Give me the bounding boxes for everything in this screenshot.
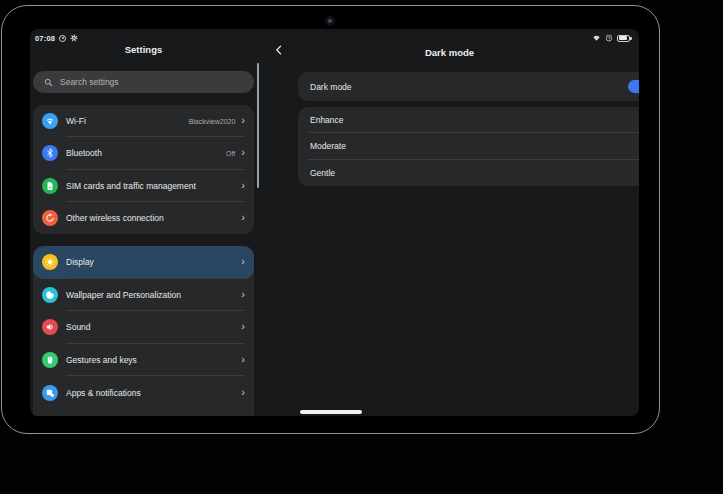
chevron-right-icon: ›	[241, 387, 245, 398]
option-label: Gentle	[310, 168, 639, 178]
sync-icon	[42, 210, 58, 226]
search-icon	[44, 78, 53, 87]
speaker-icon	[42, 319, 58, 335]
sidebar-item-display[interactable]: Display ›	[33, 246, 254, 279]
sidebar-item-wallpaper[interactable]: Wallpaper and Personalization ›	[33, 279, 254, 312]
chevron-right-icon: ›	[241, 289, 245, 300]
apps-icon	[42, 385, 58, 401]
sidebar-item-label: Other wireless connection	[66, 213, 235, 223]
sidebar-item-wifi[interactable]: Wi-Fi Blackview2020 ›	[33, 105, 254, 137]
tablet-device-frame: 07:08 Settings	[1, 5, 660, 434]
sidebar-item-label: Bluetooth	[66, 148, 226, 158]
dark-mode-toggle[interactable]	[628, 80, 639, 93]
dark-mode-options-card: Enhance Moderate Gentle	[298, 107, 639, 186]
sidebar-item-apps-notifications[interactable]: Apps & notifications ›	[33, 376, 254, 409]
toggle-row-label: Dark mode	[310, 82, 628, 92]
option-gentle[interactable]: Gentle	[298, 160, 639, 186]
personalization-group-card: Display › Wallpaper and Personalization …	[33, 246, 254, 416]
search-input[interactable]: Search settings	[33, 71, 254, 93]
front-camera	[325, 16, 335, 26]
sidebar-item-sim-cards[interactable]: SIM cards and traffic management ›	[33, 170, 254, 202]
sidebar-item-label: Gestures and keys	[66, 355, 235, 365]
sidebar-item-other-wireless[interactable]: Other wireless connection ›	[33, 202, 254, 234]
settings-list-pane: Settings Search settings Wi-Fi Blackview…	[30, 29, 260, 416]
page-title: Settings	[30, 44, 257, 55]
option-label: Moderate	[310, 141, 639, 151]
tablet-screen: 07:08 Settings	[30, 29, 639, 416]
sim-card-icon	[42, 178, 58, 194]
search-placeholder: Search settings	[60, 77, 119, 87]
sidebar-item-label: SIM cards and traffic management	[66, 181, 235, 191]
hand-icon	[42, 352, 58, 368]
screenshot-stage: 07:08 Settings	[0, 0, 723, 494]
chevron-right-icon: ›	[241, 212, 245, 223]
sidebar-item-label: Display	[66, 257, 235, 267]
chevron-right-icon: ›	[241, 115, 245, 126]
option-label: Enhance	[310, 115, 639, 125]
dark-mode-toggle-row[interactable]: Dark mode	[298, 72, 639, 101]
option-enhance[interactable]: Enhance	[298, 107, 639, 133]
sidebar-item-label: Wi-Fi	[66, 116, 189, 126]
sidebar-item-label: Wallpaper and Personalization	[66, 290, 235, 300]
left-pane-scrollbar[interactable]	[257, 63, 259, 188]
sidebar-item-value: Off	[226, 150, 235, 157]
sidebar-item-gestures[interactable]: Gestures and keys ›	[33, 344, 254, 377]
sidebar-item-value: Blackview2020	[189, 118, 236, 125]
chevron-right-icon: ›	[241, 354, 245, 365]
chevron-right-icon: ›	[241, 147, 245, 158]
sidebar-item-label: Apps & notifications	[66, 388, 235, 398]
wifi-icon	[42, 113, 58, 129]
wallpaper-icon	[42, 287, 58, 303]
dark-mode-detail-pane: Dark mode Dark mode Enhance Moderate	[260, 29, 639, 416]
detail-pane-title: Dark mode	[260, 47, 639, 58]
bluetooth-icon	[42, 145, 58, 161]
option-moderate[interactable]: Moderate	[298, 133, 639, 159]
home-indicator-bar[interactable]	[300, 410, 362, 414]
sidebar-item-bluetooth[interactable]: Bluetooth Off ›	[33, 137, 254, 169]
sun-icon	[42, 254, 58, 270]
sidebar-item-sound[interactable]: Sound ›	[33, 311, 254, 344]
chevron-right-icon: ›	[241, 180, 245, 191]
chevron-right-icon: ›	[241, 321, 245, 332]
sidebar-item-label: Sound	[66, 322, 235, 332]
connectivity-group-card: Wi-Fi Blackview2020 › Bluetooth Off ›	[33, 105, 254, 234]
dark-mode-toggle-card: Dark mode	[298, 72, 639, 101]
chevron-right-icon: ›	[241, 256, 245, 267]
